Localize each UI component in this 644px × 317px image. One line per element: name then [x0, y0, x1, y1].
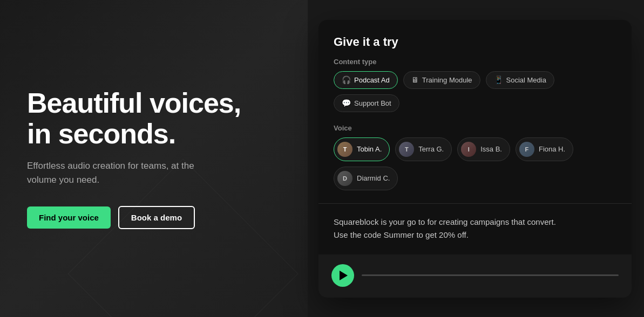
content-type-chip-training-module[interactable]: 🖥Training Module	[403, 71, 480, 89]
demo-panel: Give it a try Content type 🎧Podcast Ad🖥T…	[308, 0, 644, 317]
social-media-icon: 📱	[494, 76, 503, 84]
voice-chip-diarmid[interactable]: DDiarmid C.	[334, 167, 398, 190]
avatar-tobin: T	[337, 142, 352, 157]
content-type-chip-support-bot[interactable]: 💬Support Bot	[334, 94, 399, 112]
progress-bar[interactable]	[362, 274, 619, 276]
content-type-chips: 🎧Podcast Ad🖥Training Module📱Social Media…	[334, 71, 616, 112]
play-button[interactable]	[331, 264, 354, 287]
widget-title: Give it a try	[334, 35, 616, 49]
support-bot-label: Support Bot	[354, 99, 391, 107]
social-media-label: Social Media	[506, 76, 546, 84]
voice-label-issa: Issa B.	[480, 145, 502, 153]
voices-row: TTobin A.TTerra G.IIssa B.FFiona H.DDiar…	[334, 137, 616, 190]
audio-player	[318, 254, 632, 298]
content-type-chip-podcast-ad[interactable]: 🎧Podcast Ad	[334, 71, 398, 89]
content-type-chip-social-media[interactable]: 📱Social Media	[486, 71, 554, 89]
content-type-label: Content type	[334, 58, 616, 66]
voice-label: Voice	[334, 124, 616, 132]
support-bot-icon: 💬	[342, 99, 351, 107]
voice-label-tobin: Tobin A.	[357, 145, 382, 153]
voice-chip-issa[interactable]: IIssa B.	[457, 137, 510, 161]
voice-chip-tobin[interactable]: TTobin A.	[334, 137, 390, 161]
cta-buttons: Find your voice Book a demo	[27, 206, 275, 229]
content-text: Squareblock is your go to for creating c…	[334, 204, 616, 254]
avatar-diarmid: D	[337, 171, 352, 186]
podcast-ad-label: Podcast Ad	[354, 76, 390, 84]
voice-label-fiona: Fiona H.	[539, 145, 565, 153]
podcast-ad-icon: 🎧	[342, 76, 351, 84]
voice-chip-terra[interactable]: TTerra G.	[395, 137, 452, 161]
hero-section: Beautiful voices, in seconds. Effortless…	[0, 0, 308, 317]
training-module-label: Training Module	[422, 76, 472, 84]
find-voice-button[interactable]: Find your voice	[27, 206, 111, 229]
try-widget: Give it a try Content type 🎧Podcast Ad🖥T…	[318, 20, 632, 298]
headline: Beautiful voices, in seconds.	[27, 88, 275, 149]
avatar-terra: T	[399, 142, 414, 157]
avatar-fiona: F	[519, 142, 534, 157]
play-icon	[340, 271, 348, 280]
voice-label-terra: Terra G.	[418, 145, 444, 153]
book-demo-button[interactable]: Book a demo	[118, 206, 195, 229]
voice-label-diarmid: Diarmid C.	[357, 174, 390, 182]
avatar-issa: I	[461, 142, 476, 157]
subheadline: Effortless audio creation for teams, at …	[27, 159, 211, 187]
training-module-icon: 🖥	[411, 76, 419, 84]
voice-chip-fiona[interactable]: FFiona H.	[516, 137, 573, 161]
